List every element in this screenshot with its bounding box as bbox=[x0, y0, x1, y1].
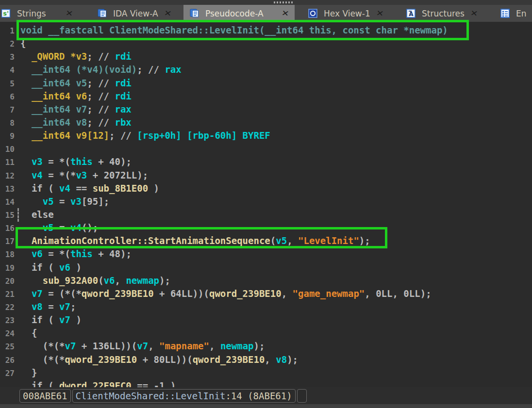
line-number: 1 bbox=[0, 24, 15, 37]
code-token: ; bbox=[70, 301, 76, 312]
code-token: rdi bbox=[115, 78, 131, 88]
code-token: v7 bbox=[59, 301, 70, 312]
tab-label: Pseudocode-A bbox=[205, 9, 264, 18]
tabbar-top-strip bbox=[0, 0, 532, 5]
code-token: + 48); bbox=[93, 248, 132, 259]
line-number: 24 bbox=[0, 327, 15, 340]
code-token: v3 bbox=[32, 156, 43, 167]
code-token: ); bbox=[287, 354, 298, 365]
line-number: 14 bbox=[0, 196, 15, 209]
code-line-10[interactable]: 10 bbox=[0, 142, 532, 155]
code-token bbox=[20, 275, 43, 286]
code-line-21[interactable]: 21 v7 = (*(*qword_239BE10 + 64LL))(qword… bbox=[0, 287, 532, 300]
code-line-13[interactable]: 13 if ( v4 == sub_8B1E00 ) bbox=[0, 182, 532, 195]
code-token: ) bbox=[70, 262, 82, 273]
tab-label: Structures bbox=[422, 9, 465, 18]
code-line-23[interactable]: 23 if ( v7 ) bbox=[0, 313, 532, 326]
close-icon[interactable]: ✕ bbox=[163, 8, 172, 18]
code-line-14[interactable]: 14 v5 = v3[95]; bbox=[0, 195, 532, 208]
code-line-9[interactable]: 9 __int64 v9[12]; // [rsp+0h] [rbp-60h] … bbox=[0, 129, 532, 142]
line-number: 25 bbox=[0, 340, 15, 353]
code-token: ; // bbox=[87, 104, 115, 114]
code-token: , bbox=[282, 288, 293, 299]
line-number: 13 bbox=[0, 182, 15, 196]
line-number: 6 bbox=[0, 90, 15, 103]
code-token: rbx bbox=[115, 117, 131, 128]
code-line-27[interactable]: 27 } bbox=[0, 366, 532, 379]
status-spacer-box bbox=[297, 389, 307, 403]
line-number: 3 bbox=[0, 50, 15, 64]
code-line-19[interactable]: 19 if ( v6 ) bbox=[0, 261, 532, 274]
code-token: v4 bbox=[32, 170, 43, 180]
code-token: sub_932A00 bbox=[43, 275, 98, 286]
code-line-5[interactable]: 5 __int64 v5; // rdi bbox=[0, 77, 532, 90]
pseudocode-view[interactable]: 1void __fastcall ClientModeShared::Level… bbox=[0, 22, 532, 392]
code-token: ; // bbox=[87, 91, 115, 101]
code-token: qword_239BE10 bbox=[82, 288, 154, 299]
code-token: rax bbox=[165, 64, 181, 75]
line-number: 26 bbox=[0, 354, 15, 367]
code-token: == bbox=[70, 183, 93, 194]
code-token: = *( bbox=[43, 156, 70, 167]
line-number: 10 bbox=[0, 143, 15, 156]
close-icon[interactable]: ✕ bbox=[470, 8, 479, 18]
code-token: = bbox=[54, 196, 70, 207]
line-number: 7 bbox=[0, 103, 15, 116]
tab-structures[interactable]: A Structures ✕ bbox=[400, 5, 479, 22]
close-icon[interactable]: ✕ bbox=[375, 8, 384, 18]
code-line-7[interactable]: 7 __int64 v7; // rax bbox=[0, 103, 532, 116]
code-line-26[interactable]: 26 (*(*qword_239BE10 + 80LL))(qword_239B… bbox=[0, 353, 532, 366]
drag-handle-dots[interactable] bbox=[274, 1, 293, 3]
tab-pseudocode-a[interactable]: Pseudocode-A ✕ bbox=[183, 5, 295, 22]
code-line-18[interactable]: 18 v6 = *(this + 48); bbox=[0, 247, 532, 261]
code-line-20[interactable]: 20 sub_932A00(v6, newmap); bbox=[0, 274, 532, 287]
code-token: = *( bbox=[43, 248, 70, 259]
code-token: v3 bbox=[70, 196, 82, 207]
code-token: ; // bbox=[137, 64, 165, 75]
close-icon[interactable]: ✕ bbox=[65, 8, 73, 18]
code-token: this bbox=[70, 248, 93, 259]
code-token: newmap bbox=[220, 341, 254, 351]
code-token: _QWORD *v3 bbox=[20, 51, 87, 62]
code-token: ); bbox=[159, 275, 170, 286]
code-token: , 0LL, 0LL); bbox=[365, 288, 431, 299]
code-token: = (*(* bbox=[43, 288, 82, 299]
code-token: ; // bbox=[87, 78, 115, 88]
tab-enums[interactable]: En bbox=[494, 5, 532, 22]
tab-ida-view-a[interactable]: IDA View-A ✕ bbox=[91, 5, 172, 22]
code-token: v5 bbox=[43, 196, 54, 207]
line-number: 16 bbox=[0, 222, 15, 235]
code-token: __int64 v9[12] bbox=[20, 130, 109, 141]
line-number: 22 bbox=[0, 301, 15, 314]
code-line-4[interactable]: 4 __int64 (*v4)(void); // rax bbox=[0, 63, 532, 76]
code-line-6[interactable]: 6 __int64 v6; // rdi bbox=[0, 90, 532, 103]
code-token bbox=[20, 196, 43, 207]
code-line-24[interactable]: 24 { bbox=[0, 326, 532, 340]
code-line-3[interactable]: 3 _QWORD *v3; // rdi bbox=[0, 50, 532, 63]
code-token: , bbox=[209, 341, 220, 351]
code-line-12[interactable]: 12 v4 = *(*v3 + 2072LL); bbox=[0, 169, 532, 182]
strings-icon: s' bbox=[1, 9, 11, 18]
hex-icon bbox=[308, 9, 317, 18]
line-number: 8 bbox=[0, 116, 15, 130]
code-token: + 136LL))( bbox=[76, 341, 137, 351]
code-token: v7 bbox=[65, 341, 76, 351]
code-line-22[interactable]: 22 v8 = v7; bbox=[0, 300, 532, 313]
tab-hex-view-1[interactable]: Hex View-1 ✕ bbox=[302, 5, 381, 22]
code-token bbox=[20, 301, 32, 312]
close-icon[interactable]: ✕ bbox=[281, 8, 289, 18]
code-line-25[interactable]: 25 (*(*v7 + 136LL))(v7, "mapname", newma… bbox=[0, 340, 532, 353]
line-number: 11 bbox=[0, 156, 15, 169]
ida-window: s' Strings ✕ IDA View-A ✕ bbox=[0, 0, 532, 408]
code-token: newmap bbox=[126, 275, 159, 286]
code-token: ( bbox=[98, 275, 103, 286]
line-number: 27 bbox=[0, 367, 15, 380]
code-line-11[interactable]: 11 v3 = *(this + 40); bbox=[0, 155, 532, 168]
tab-label: Strings bbox=[17, 9, 46, 18]
code-token bbox=[20, 156, 32, 167]
tab-label: En bbox=[516, 9, 527, 18]
tab-strings[interactable]: s' Strings ✕ bbox=[0, 5, 79, 22]
location-detail: :14 (8ABE61) bbox=[225, 391, 292, 401]
code-line-8[interactable]: 8 __int64 v8; // rbx bbox=[0, 116, 532, 129]
code-line-15[interactable]: 15 else bbox=[0, 208, 532, 221]
